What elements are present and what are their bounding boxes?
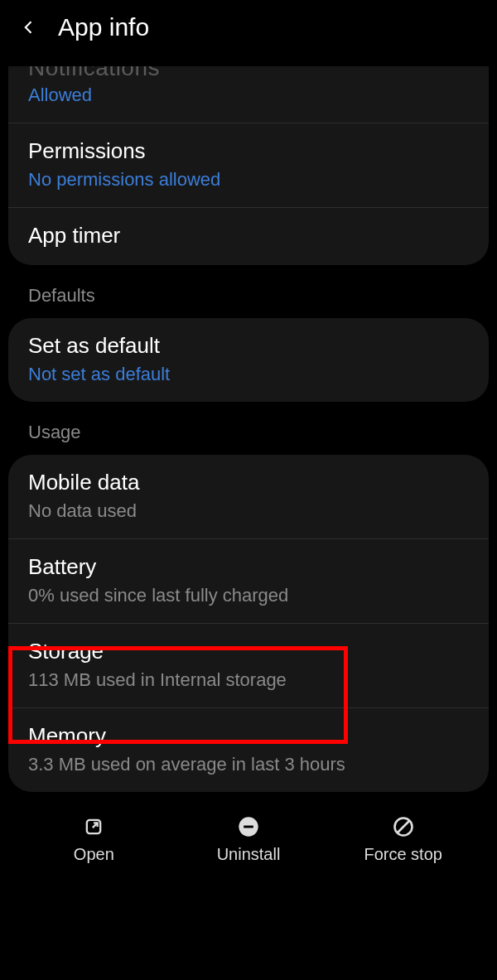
notifications-label: Notifications [28,66,469,80]
mobiledata-sub: No data used [28,500,469,522]
uninstall-button[interactable]: Uninstall [171,815,326,864]
row-permissions[interactable]: Permissions No permissions allowed [8,123,489,208]
storage-sub: 113 MB used in Internal storage [28,669,469,691]
forcestop-icon [392,815,415,838]
apptimer-label: App timer [28,223,469,249]
mobiledata-label: Mobile data [28,470,469,495]
battery-label: Battery [28,554,469,580]
uninstall-icon [237,815,260,838]
back-icon[interactable] [17,15,41,40]
row-mobiledata[interactable]: Mobile data No data used [8,455,489,539]
panel-usage: Mobile data No data used Battery 0% used… [8,455,489,792]
section-usage: Usage [0,402,497,455]
bottom-bar: Open Uninstall Force stop [0,805,497,877]
panel-privacy: Notifications Allowed Permissions No per… [8,66,489,265]
page-title: App info [58,13,149,41]
section-defaults: Defaults [0,265,497,318]
row-battery[interactable]: Battery 0% used since last fully charged [8,539,489,624]
panel-defaults: Set as default Not set as default [8,318,489,402]
memory-label: Memory [28,723,469,749]
memory-sub: 3.3 MB used on average in last 3 hours [28,754,469,775]
open-button[interactable]: Open [17,815,171,864]
open-label: Open [74,845,114,864]
setdefault-label: Set as default [28,333,469,359]
row-notifications[interactable]: Notifications Allowed [8,66,489,123]
permissions-label: Permissions [28,138,469,164]
forcestop-button[interactable]: Force stop [326,815,480,864]
storage-label: Storage [28,639,469,664]
row-memory[interactable]: Memory 3.3 MB used on average in last 3 … [8,708,489,792]
row-setdefault[interactable]: Set as default Not set as default [8,318,489,402]
forcestop-label: Force stop [364,845,442,864]
battery-sub: 0% used since last fully charged [28,585,469,606]
uninstall-label: Uninstall [217,845,281,864]
row-apptimer[interactable]: App timer [8,208,489,265]
notifications-sub: Allowed [28,84,469,106]
setdefault-sub: Not set as default [28,364,469,385]
header: App info [0,0,497,66]
open-icon [82,815,105,838]
svg-line-5 [398,821,409,833]
row-storage[interactable]: Storage 113 MB used in Internal storage [8,624,489,708]
permissions-sub: No permissions allowed [28,169,469,191]
